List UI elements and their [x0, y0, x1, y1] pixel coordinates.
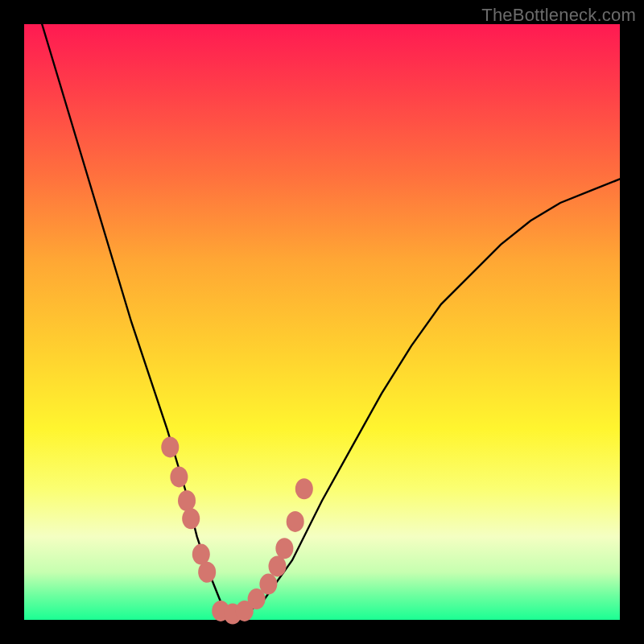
highlight-dot	[269, 555, 287, 576]
highlight-dot	[275, 538, 293, 559]
bottleneck-curve	[42, 24, 620, 614]
watermark-label: TheBottleneck.com	[481, 5, 636, 26]
highlight-dot	[287, 511, 304, 532]
curve-svg	[24, 24, 620, 620]
highlight-dot	[170, 466, 188, 487]
chart-frame: TheBottleneck.com	[0, 0, 644, 644]
highlight-dot	[295, 478, 313, 499]
highlight-dot	[192, 544, 210, 565]
highlight-dot	[178, 490, 196, 511]
highlighted-dots	[161, 436, 312, 624]
highlight-dot	[161, 436, 179, 457]
highlight-dot	[259, 574, 277, 595]
highlight-dot	[182, 508, 200, 529]
highlight-dot	[198, 562, 216, 583]
plot-area	[24, 24, 620, 620]
